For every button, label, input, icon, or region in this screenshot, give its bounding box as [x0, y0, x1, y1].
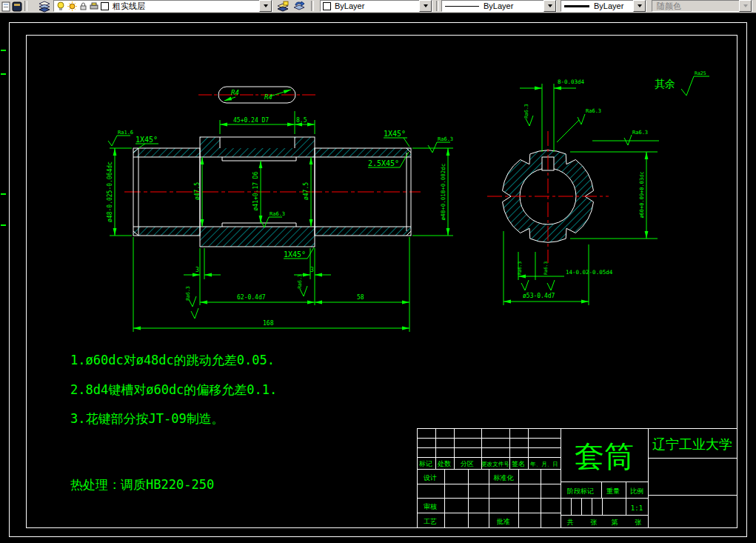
make-layer-current-icon — [276, 1, 290, 13]
tool-palettes-button[interactable] — [10, 0, 23, 12]
dim-groove-right: 3 — [310, 267, 314, 273]
note-3: 3.花键部分按JT-09制造。 — [70, 411, 224, 426]
dim-d48-right: ø48+0.018+0.002dc — [440, 164, 446, 221]
ra-label: Ra6.3 — [297, 274, 303, 289]
toolbar-separator — [436, 1, 439, 11]
plotstyle-combo-dropdown — [739, 0, 752, 12]
tb-label-bili: 比例 — [630, 487, 643, 495]
properties-button[interactable] — [0, 0, 10, 12]
lineweight-combo[interactable]: ByLayer — [561, 0, 646, 12]
tb-header-chushu: 处数 — [437, 460, 451, 467]
drawing-canvas[interactable]: R4 R4 — [0, 0, 756, 543]
toolbar: 粗实线层 ByLayer ByLayer — [0, 0, 756, 13]
chamfer-label: 1X45° — [284, 250, 306, 259]
edge-marks — [1, 50, 6, 225]
tb-header-biaoji: 标记 — [418, 460, 432, 467]
chamfer-label: 1X45° — [136, 136, 158, 144]
tb-header-date: 年、月、日 — [529, 461, 558, 467]
ra-label: Ra6.3 — [632, 130, 648, 136]
layer-color-chip[interactable] — [101, 2, 109, 10]
lineweight-combo-dropdown[interactable] — [633, 0, 646, 12]
plotstyle-combo-label: 随颜色 — [652, 1, 739, 12]
dim-bore-right: ø47.5 — [303, 182, 310, 200]
tb-gong: 共 — [567, 519, 574, 526]
linetype-combo-dropdown[interactable] — [543, 0, 556, 12]
chamfer-label: 2.5X45° — [368, 159, 399, 167]
notes: 1.ø60dc对ø48dc的跳动允差0.05. 2.8d4键槽对ø60dc的偏移… — [70, 353, 277, 492]
rest-label: 其余 — [655, 78, 675, 90]
linetype-combo-label[interactable]: ByLayer — [482, 1, 543, 10]
tb-header-fenqu: 分区 — [461, 460, 474, 467]
ra-label: Ra6.3 — [523, 104, 529, 119]
note-1: 1.ø60dc对ø48dc的跳动允差0.05. — [70, 353, 275, 367]
tb-label-shenhe: 审核 — [424, 503, 437, 510]
radius-label: R4 — [231, 89, 239, 96]
ra-label: Ra6.3 — [586, 108, 601, 114]
ra-label: Ra6.3 — [185, 286, 191, 301]
dim-slot-length: 45+0.24 D7 — [233, 117, 269, 124]
ra-label: Ra6.3 — [517, 261, 522, 275]
properties-icon — [1, 1, 10, 13]
dim-d53: ø53-0.4d7 — [523, 293, 555, 299]
plot-icon[interactable] — [90, 1, 98, 11]
tb-label-sheji: 设计 — [424, 474, 437, 482]
left-section-view: ø48-0.025-0.064dc Ra1.6 1X45° 45+0.24 D7… — [107, 111, 453, 332]
rest-ra-value: Ra25 — [695, 70, 706, 76]
dim-key-depth: 14-0.02-0.05d4 — [566, 269, 613, 276]
lightbulb-icon[interactable] — [56, 1, 65, 11]
lineweight-combo-label[interactable]: ByLayer — [592, 1, 633, 10]
autocad-window: 粗实线层 ByLayer ByLayer — [0, 0, 756, 543]
layer-combo-dropdown[interactable] — [259, 0, 272, 12]
dim-groove-left: 3 — [195, 267, 199, 273]
dim-168: 168 — [263, 320, 274, 327]
linetype-swatch — [445, 6, 479, 7]
sun-freeze-icon[interactable] — [67, 1, 77, 11]
note-2: 2.8d4键槽对ø60dc的偏移允差0.1. — [70, 382, 277, 397]
dim-58: 58 — [357, 294, 364, 301]
right-section-view: 8-0.03d4 Ra6.3 Ra6.3 Ra6.3 ø60+0.09+0.03… — [487, 79, 659, 305]
tb-zhang1: 张 — [591, 519, 598, 526]
make-layer-current-button[interactable] — [275, 0, 290, 12]
general-finish: 其余 Ra25 — [655, 70, 709, 96]
layer-combo[interactable]: 粗实线层 — [53, 0, 272, 12]
layer-combo-label[interactable]: 粗实线层 — [111, 1, 259, 12]
toolbar-separator — [311, 1, 314, 11]
layers-icon — [38, 1, 51, 13]
linetype-combo[interactable]: ByLayer — [441, 0, 557, 12]
tb-zhang2: 张 — [635, 519, 642, 526]
dim-62: 62-0.4d7 — [237, 294, 266, 301]
tool-palettes-icon — [11, 1, 23, 13]
dim-key-width: 8-0.03d4 — [558, 79, 585, 85]
color-bylayer-chip — [323, 2, 331, 10]
layer-previous-button[interactable] — [292, 0, 307, 12]
ra-label: Ra6.3 — [438, 136, 453, 142]
tb-label-biaozhunhua: 标准化 — [493, 474, 515, 482]
plotstyle-combo: 随颜色 — [652, 0, 752, 12]
sheet-frame — [9, 22, 746, 536]
tb-label-zhongliang: 重量 — [606, 487, 620, 495]
tb-label-gongyi: 工艺 — [424, 518, 437, 525]
layer-manager-button[interactable] — [37, 0, 52, 12]
keyway-top-view: R4 R4 — [198, 87, 317, 103]
color-combo-dropdown[interactable] — [419, 0, 432, 12]
ra-label: Ra1.6 — [118, 130, 133, 136]
radius-label: R4 — [264, 93, 272, 101]
tb-school: 辽宁工业大学 — [652, 436, 732, 452]
tb-di: 第 — [612, 519, 618, 526]
color-combo-label[interactable]: ByLayer — [333, 1, 419, 10]
tb-scale-value: 1:1 — [631, 504, 643, 512]
dim-slot-offset: 8.5 — [296, 117, 307, 124]
lineweight-swatch — [564, 5, 589, 7]
dim-d48-left: ø48-0.025-0.064dc — [107, 161, 113, 222]
ra-label: Ra6.3 — [270, 211, 285, 217]
dim-d60: ø60+0.09+0.03dc — [639, 171, 645, 218]
lock-icon[interactable] — [79, 1, 87, 11]
chamfer-label: 1X45° — [384, 130, 406, 138]
layer-previous-icon — [292, 1, 306, 13]
dim-bore-left: ø47.5 — [194, 182, 201, 200]
tb-label-jieduan: 阶段标记 — [567, 487, 594, 495]
title-block: 标记 处数 分区 更改文件号 签名 年、月、日 设计 标准化 审核 工艺 批准 … — [417, 428, 737, 527]
color-combo[interactable]: ByLayer — [320, 0, 432, 12]
tb-header-qianming: 签名 — [512, 460, 525, 467]
heat-treatment-note: 热处理：调质HB220-250 — [70, 477, 214, 492]
